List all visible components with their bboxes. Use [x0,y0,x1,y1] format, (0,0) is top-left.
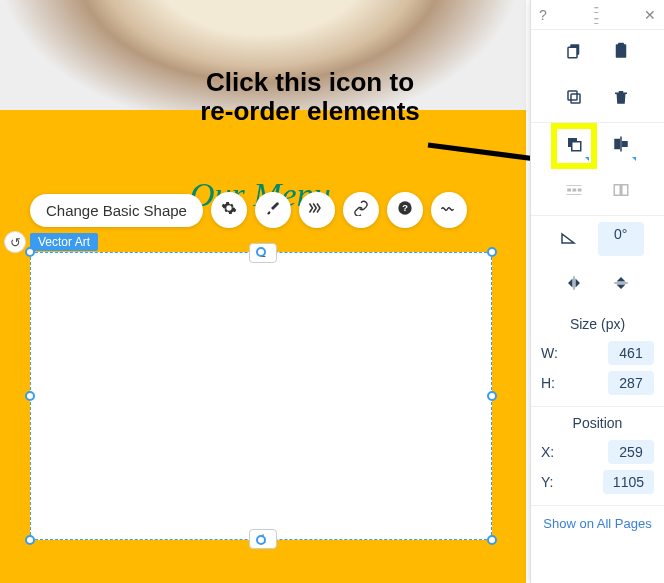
show-on-all-pages-button[interactable]: Show on All Pages [531,506,664,541]
height-label: H: [541,375,565,391]
flip-vertical-button[interactable] [604,268,638,302]
dropdown-indicator [585,157,589,161]
settings-button[interactable] [211,192,247,228]
resize-handle-tl[interactable] [25,247,35,257]
angle-icon [559,228,577,250]
layers-icon [565,135,583,157]
properties-panel: ? :::::::::: ✕ 0° Size (px) [530,0,664,583]
align-icon [612,135,630,157]
svg-rect-9 [568,91,577,100]
resize-handle-bl[interactable] [25,535,35,545]
resize-handle-r[interactable] [487,391,497,401]
duplicate-delete-row [531,76,664,122]
change-shape-button[interactable]: Change Basic Shape [30,194,203,227]
brush-icon [265,200,281,220]
duplicate-icon [565,88,583,110]
svg-rect-5 [568,47,577,58]
svg-text:?: ? [402,203,408,213]
distribute-match-row [531,169,664,215]
svg-rect-11 [572,142,581,151]
squiggle-icon [440,201,458,219]
match-size-icon [612,181,630,203]
width-label: W: [541,345,565,361]
resize-handle-tr[interactable] [487,247,497,257]
flip-horizontal-button[interactable] [557,268,591,302]
arrange-align-row [531,123,664,169]
rotation-input[interactable]: 0° [598,222,644,256]
gear-icon [221,200,237,220]
resize-handle-b[interactable] [256,535,266,545]
reset-button[interactable]: ↺ [4,231,26,253]
link-button[interactable] [343,192,379,228]
rotate-button[interactable] [551,222,585,256]
undo-icon: ↺ [10,235,21,250]
width-input[interactable]: 461 [608,341,654,365]
match-size-button[interactable] [604,175,638,209]
svg-rect-7 [618,43,624,47]
flip-h-icon [565,274,583,296]
x-label: X: [541,444,565,460]
align-button[interactable] [604,129,638,163]
question-icon: ? [397,200,413,220]
more-button[interactable] [431,192,467,228]
paste-icon [612,42,630,64]
link-icon [353,200,369,220]
x-input[interactable]: 259 [608,440,654,464]
copy-paste-row [531,30,664,76]
svg-rect-16 [573,189,577,192]
design-button[interactable] [255,192,291,228]
selected-element[interactable]: ⤓ ⤓ [30,252,492,540]
resize-handle-t[interactable] [256,247,266,257]
flip-row [531,262,664,308]
duplicate-button[interactable] [557,82,591,116]
panel-header: ? :::::::::: ✕ [531,0,664,30]
element-floating-toolbar: Change Basic Shape ? [30,192,467,228]
position-title: Position [541,415,654,431]
svg-rect-17 [578,189,582,192]
animation-button[interactable] [299,192,335,228]
dropdown-indicator [632,157,636,161]
panel-close-button[interactable]: ✕ [644,7,656,23]
distribute-button[interactable] [557,175,591,209]
resize-handle-br[interactable] [487,535,497,545]
y-label: Y: [541,474,565,490]
svg-rect-20 [614,185,620,196]
panel-help-button[interactable]: ? [539,7,547,23]
height-input[interactable]: 287 [608,371,654,395]
annotation-line-2: re-order elements [200,96,420,126]
flip-v-icon [612,274,630,296]
delete-button[interactable] [604,82,638,116]
svg-rect-13 [622,141,628,147]
selection-badge-area: ↺ Vector Art [4,231,98,253]
svg-rect-12 [614,139,620,150]
annotation-line-1: Click this icon to [206,67,414,97]
size-title: Size (px) [541,316,654,332]
position-section: Position X: 259 Y: 1105 [531,407,664,506]
arrange-button[interactable] [557,129,591,163]
size-section: Size (px) W: 461 H: 287 [531,308,664,407]
tutorial-annotation: Click this icon to re-order elements [150,68,470,125]
svg-rect-15 [568,189,572,192]
rotation-row: 0° [531,216,664,262]
resize-handle-l[interactable] [25,391,35,401]
animation-icon [308,200,326,220]
copy-icon [565,42,583,64]
element-type-badge: Vector Art [30,233,98,251]
svg-rect-8 [571,94,580,103]
copy-button[interactable] [557,36,591,70]
distribute-icon [565,181,583,203]
panel-drag-handle[interactable]: :::::::::: [593,4,597,26]
svg-line-0 [428,145,536,159]
y-input[interactable]: 1105 [603,470,654,494]
trash-icon [612,88,630,110]
svg-rect-21 [622,185,628,196]
help-button[interactable]: ? [387,192,423,228]
paste-button[interactable] [604,36,638,70]
